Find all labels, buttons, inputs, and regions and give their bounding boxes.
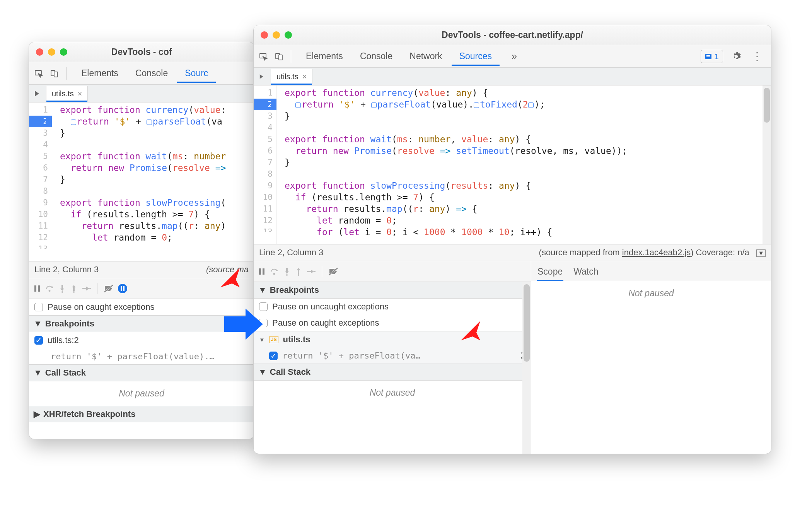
device-icon[interactable] [47,66,62,81]
svg-marker-33 [285,272,289,274]
devtools-toolbar: Elements Console Network Sources » 1 ⋮ [254,45,771,68]
source-map-link[interactable]: index.1ac4eab2.js [622,248,691,257]
svg-marker-8 [60,289,64,291]
scrollbar-thumb[interactable] [524,284,530,362]
breakpoint-file-row[interactable]: ▼ JS utils.ts [254,331,531,348]
devtools-window-right: DevTools - coffee-cart.netlify.app/ Elem… [253,25,771,454]
navigator-toggle-icon[interactable] [33,90,46,97]
svg-marker-35 [297,268,300,270]
file-tab-utils[interactable]: utils.ts × [46,86,88,101]
maximize-window-icon[interactable] [60,48,67,56]
deactivate-breakpoints-icon[interactable] [104,284,114,293]
svg-rect-36 [298,270,299,274]
tab-console[interactable]: Console [128,64,176,82]
pause-caught-row[interactable]: Pause on caught exceptions [254,315,531,331]
minimize-window-icon[interactable] [273,31,280,39]
checkbox-checked-icon[interactable]: ✓ [34,336,43,345]
line-gutter[interactable]: 12345678910111213 [254,85,277,244]
tab-sources[interactable]: Sourc [177,64,216,82]
coverage-toggle-icon[interactable]: ▼ [756,249,766,257]
chevron-down-icon: ▼ [34,368,42,378]
minimize-window-icon[interactable] [48,48,55,56]
checkbox-unchecked-icon[interactable] [34,303,43,311]
pause-icon[interactable] [33,284,41,293]
more-tabs-icon[interactable]: » [507,49,522,64]
breakpoint-code-row[interactable]: ✓ return '$' + parseFloat(va… 2 [254,348,531,364]
tab-sources[interactable]: Sources [452,47,500,65]
tab-elements[interactable]: Elements [298,47,351,65]
js-file-icon: JS [270,336,278,343]
svg-rect-26 [706,55,710,56]
device-icon[interactable] [271,49,287,64]
scrollbar-vertical[interactable] [763,85,771,244]
pause-on-exceptions-icon[interactable] [118,283,128,294]
file-tab-utils[interactable]: utils.ts × [271,69,312,84]
svg-marker-44 [220,268,240,287]
pause-uncaught-row[interactable]: Pause on uncaught exceptions [254,299,531,315]
chevron-down-icon: ▼ [34,319,42,329]
tab-scope[interactable]: Scope [537,263,563,281]
xhr-breakpoints-header[interactable]: ▶ XHR/fetch Breakpoints [29,406,254,422]
titlebar[interactable]: DevTools - cof [29,42,254,62]
titlebar[interactable]: DevTools - coffee-cart.netlify.app/ [254,25,771,45]
step-over-icon[interactable] [45,284,55,293]
step-into-icon[interactable] [58,284,66,293]
breakpoint-code: return '$' + parseFloat(value).… [29,348,254,364]
navigator-toggle-icon[interactable] [258,73,271,80]
code-content[interactable]: export function currency(value: return '… [52,102,230,261]
tab-watch[interactable]: Watch [573,263,599,281]
call-stack-header[interactable]: ▼ Call Stack [29,364,254,381]
close-window-icon[interactable] [261,31,268,39]
step-icon[interactable] [82,284,91,293]
debugger-left-panel: ▼ Breakpoints Pause on uncaught exceptio… [254,261,531,454]
inspect-icon[interactable] [31,66,47,81]
chevron-down-icon: ▼ [258,367,267,377]
issues-badge[interactable]: 1 [701,50,723,63]
maximize-window-icon[interactable] [285,31,292,39]
code-editor[interactable]: 12345678910111213 export function curren… [254,85,771,244]
code-content[interactable]: export function currency(value: any) { r… [277,85,632,244]
line-gutter[interactable]: 12345678910111213 [29,102,52,261]
step-out-icon[interactable] [295,267,302,276]
close-icon[interactable]: × [78,89,82,98]
debugger-right-panel: Scope Watch Not paused [531,261,771,454]
annotation-arrow-red-2 [461,321,480,340]
code-editor[interactable]: 12345678910111213 export function curren… [29,102,254,261]
breakpoint-item[interactable]: ✓ utils.ts:2 [29,332,254,348]
breakpoints-header[interactable]: ▼ Breakpoints [254,282,531,299]
kebab-icon[interactable]: ⋮ [749,49,765,64]
close-icon[interactable]: × [302,72,307,81]
call-stack-header[interactable]: ▼ Call Stack [254,364,531,381]
breakpoints-header[interactable]: ▼ Breakpoints [29,315,254,332]
step-into-icon[interactable] [283,267,291,276]
svg-rect-38 [307,271,311,272]
svg-rect-20 [121,286,122,291]
svg-point-40 [314,271,316,272]
inspect-icon[interactable] [256,49,271,64]
tab-elements[interactable]: Elements [73,64,126,82]
close-window-icon[interactable] [36,48,43,56]
deactivate-breakpoints-icon[interactable] [328,267,338,276]
tab-network[interactable]: Network [402,47,450,65]
pause-icon[interactable] [258,267,266,276]
svg-point-37 [298,274,299,276]
checkbox-checked-icon[interactable]: ✓ [269,352,278,360]
step-icon[interactable] [306,267,316,276]
step-over-icon[interactable] [270,267,279,276]
annotation-arrow-red-1 [220,268,240,287]
svg-point-34 [286,274,288,276]
not-paused-label: Not paused [29,381,254,406]
scrollbar-vertical[interactable] [522,282,531,454]
gear-icon[interactable] [728,49,744,64]
breakpoint-title: utils.ts:2 [48,335,79,345]
svg-rect-24 [279,55,282,60]
svg-point-15 [89,288,91,289]
pause-caught-row[interactable]: Pause on caught exceptions [29,299,254,315]
tab-console[interactable]: Console [352,47,400,65]
scrollbar-thumb[interactable] [764,88,770,123]
svg-point-9 [61,291,63,293]
svg-rect-13 [82,288,86,289]
svg-rect-30 [263,268,264,275]
step-out-icon[interactable] [70,284,78,293]
chevron-right-icon: ▶ [34,409,40,419]
